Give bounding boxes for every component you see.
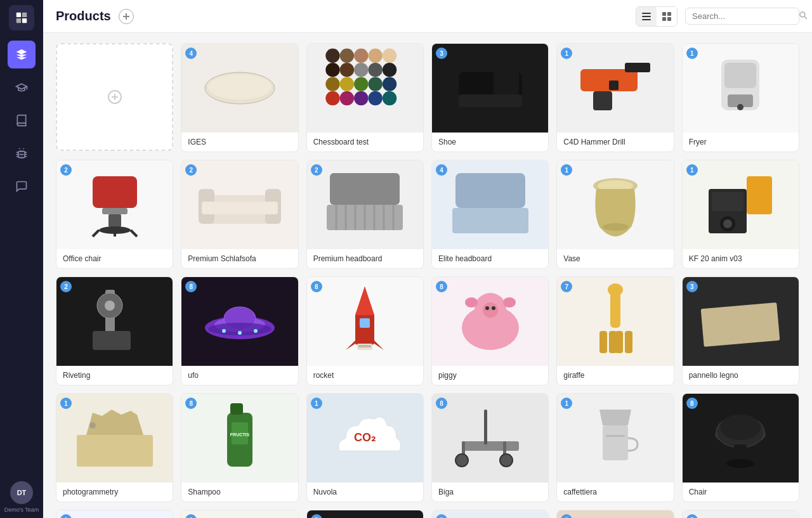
add-product-card[interactable] [56, 43, 173, 151]
product-name: IGES [181, 133, 298, 152]
list-item[interactable]: 4 IGES [181, 43, 298, 152]
list-item[interactable]: 8 ufo [181, 276, 298, 385]
user-avatar[interactable]: DT [10, 481, 33, 504]
vase-svg [584, 170, 647, 240]
sidebar-item-debug[interactable] [8, 139, 36, 167]
svg-point-36 [325, 91, 339, 105]
svg-point-105 [608, 283, 623, 296]
svg-point-14 [800, 12, 805, 17]
sidebar-item-courses[interactable] [8, 74, 36, 101]
svg-point-103 [503, 297, 516, 308]
svg-point-76 [603, 223, 628, 231]
team-label: Demo's Team [4, 507, 39, 513]
product-badge: 1 [561, 164, 572, 176]
list-item[interactable]: 1 photogrammetry [56, 393, 173, 502]
svg-text:CO₂: CO₂ [354, 431, 376, 444]
svg-point-29 [368, 63, 382, 77]
svg-point-40 [383, 91, 396, 105]
product-name: KF 20 anim v03 [683, 249, 799, 268]
product-name: Shoe [432, 133, 548, 152]
product-name: piggy [432, 366, 548, 385]
list-item[interactable]: 1 caffettiera [556, 393, 674, 502]
svg-rect-114 [230, 403, 243, 415]
list-item[interactable]: 1 CO₂ Nuvola [306, 393, 424, 502]
app-logo[interactable] [9, 5, 34, 30]
list-item[interactable]: 1 Vase [556, 160, 674, 269]
list-item[interactable]: 2 Premium Schlafsofa [181, 160, 298, 269]
list-item[interactable]: 1 KF 20 anim v03 [682, 160, 799, 269]
svg-rect-62 [202, 202, 278, 214]
svg-rect-0 [16, 13, 21, 17]
svg-rect-125 [606, 435, 625, 437]
svg-point-101 [492, 306, 495, 310]
products-grid: 4 IGES [43, 33, 812, 518]
svg-point-28 [354, 63, 368, 77]
sidebar-item-library[interactable] [8, 107, 36, 134]
list-item[interactable]: 4 Elite headboard [431, 160, 549, 269]
sidebar-item-products[interactable] [8, 41, 36, 68]
svg-point-37 [339, 91, 353, 105]
list-item[interactable]: 3 Shoe [431, 43, 549, 152]
list-item[interactable]: 8 FRUCTIS Shampoo [181, 393, 298, 502]
add-icon [106, 88, 124, 106]
add-product-button[interactable] [119, 9, 134, 24]
product-badge: 2 [311, 164, 322, 176]
list-item[interactable]: 2 Riveting [56, 276, 173, 385]
svg-point-25 [383, 49, 396, 63]
search-input[interactable] [692, 11, 799, 21]
main-content: Products [43, 0, 812, 518]
elite-headboard-svg [449, 170, 532, 240]
product-thumbnail: 1 [557, 160, 673, 249]
list-item[interactable]: 8 rocket [306, 276, 424, 385]
svg-rect-108 [615, 331, 623, 353]
page-title: Products [56, 9, 111, 23]
product-thumbnail: 8 [181, 277, 298, 366]
list-item[interactable]: 2 Premium headboard [306, 160, 424, 269]
product-badge: 8 [185, 398, 197, 409]
product-name: Premium Schlafsofa [181, 249, 298, 268]
svg-point-102 [465, 297, 478, 308]
list-item[interactable]: 1 C4D Hammer Drill [556, 43, 674, 152]
product-thumbnail: 2 [181, 160, 298, 249]
list-item[interactable]: 3 pannello legno [682, 276, 799, 385]
svg-point-20 [208, 74, 272, 100]
product-thumbnail [307, 44, 423, 133]
product-badge: 4 [436, 164, 447, 176]
svg-point-23 [354, 49, 368, 63]
list-item[interactable]: 1 Bottle 2 [181, 510, 298, 518]
photo-svg [74, 403, 156, 473]
product-name: pannello legno [683, 366, 799, 385]
product-thumbnail: 8 FRUCTIS [181, 394, 298, 482]
list-item[interactable]: 2 Office chair [56, 160, 173, 269]
list-item[interactable]: 1 Siena Siena bottle [56, 510, 173, 518]
list-item[interactable]: 8 [682, 510, 799, 518]
list-view-button[interactable] [636, 7, 657, 26]
graduation-icon [15, 81, 28, 94]
product-name: ufo [181, 366, 298, 385]
svg-point-39 [368, 91, 382, 105]
list-item[interactable]: 1 Fryer [682, 43, 799, 152]
svg-rect-77 [747, 176, 772, 214]
product-badge: 1 [311, 398, 322, 409]
product-thumbnail: 8 [432, 394, 548, 482]
sidebar-item-chat[interactable] [8, 172, 36, 200]
svg-rect-11 [667, 12, 671, 16]
grid-view-button[interactable] [657, 7, 677, 26]
product-thumbnail: 1 [557, 394, 673, 482]
svg-point-34 [368, 77, 382, 91]
kf20-svg [702, 170, 778, 240]
product-badge: 2 [185, 164, 197, 176]
list-item[interactable]: 8 Biga [431, 393, 549, 502]
piggy-svg [452, 287, 528, 356]
list-item[interactable]: 8 Chair [682, 393, 799, 502]
product-badge: 3 [686, 281, 698, 292]
list-item[interactable]: 7 giraffe [556, 276, 674, 385]
list-item[interactable]: 2 Siena Dark bottle [306, 510, 424, 518]
product-thumbnail: 3 [683, 277, 799, 366]
list-item[interactable]: Chessboard test [306, 43, 424, 152]
list-item[interactable]: 8 piggy [431, 276, 549, 385]
list-item[interactable]: 1 Wood chair [431, 510, 549, 518]
product-badge: 1 [561, 48, 572, 59]
product-thumbnail: 1 [683, 160, 799, 249]
list-item[interactable]: 1 Art print [556, 510, 674, 518]
